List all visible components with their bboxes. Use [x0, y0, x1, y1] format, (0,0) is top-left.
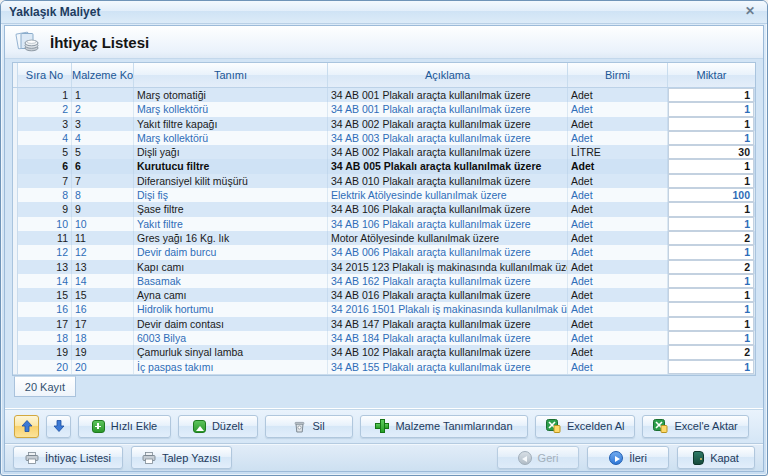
- miktar-value[interactable]: 1: [668, 202, 754, 216]
- door-icon: [693, 451, 704, 465]
- cell-tanimi: İç paspas takımı: [134, 360, 328, 374]
- print-needs-list-button[interactable]: İhtiyaç Listesi: [13, 446, 123, 469]
- close-window-button[interactable]: Kapat: [677, 446, 755, 469]
- move-down-button[interactable]: [46, 415, 71, 438]
- miktar-value[interactable]: 1: [668, 159, 754, 173]
- miktar-value[interactable]: 2: [668, 260, 754, 274]
- needs-list-icon: [15, 30, 41, 54]
- plus-icon: [375, 419, 389, 433]
- cell-birmi: Adet: [568, 202, 668, 216]
- col-header-birmi[interactable]: Birmi: [568, 63, 668, 87]
- miktar-value[interactable]: 1: [668, 174, 754, 188]
- miktar-value[interactable]: 1: [668, 102, 754, 116]
- col-header-sira-no[interactable]: Sıra No: [18, 63, 72, 87]
- from-material-defs-label: Malzeme Tanımlarından: [395, 420, 512, 432]
- miktar-value[interactable]: 2: [668, 231, 754, 245]
- cell-aciklama: 34 AB 155 Plakalı araçta kullanılmak üze…: [328, 360, 568, 374]
- cell-miktar: 100: [668, 188, 755, 202]
- miktar-value[interactable]: 1: [668, 288, 754, 302]
- miktar-value[interactable]: 1: [668, 331, 754, 345]
- cell-miktar: 1: [668, 274, 755, 288]
- miktar-value[interactable]: 1: [668, 302, 754, 316]
- cell-malzeme-kodu: 2: [72, 102, 134, 116]
- app-window: Yaklaşık Maliyet ✕ İhtiyaç Listesi: [0, 0, 768, 476]
- cell-aciklama: 34 AB 010 Plakalı araçta kullanılmak üze…: [328, 174, 568, 188]
- quick-add-button[interactable]: Hızlı Ekle: [78, 415, 171, 438]
- edit-button[interactable]: Düzelt: [178, 415, 258, 438]
- table-row[interactable]: 18186003 Bilya34 AB 184 Plakalı araçta k…: [13, 331, 755, 345]
- cell-malzeme-kodu: 18: [72, 331, 134, 345]
- forward-button[interactable]: İleri: [587, 446, 669, 469]
- miktar-value[interactable]: 1: [668, 274, 754, 288]
- export-excel-button[interactable]: Excel'e Aktar: [642, 415, 748, 438]
- table-row[interactable]: 1919Çamurluk sinyal lamba34 AB 102 Plaka…: [13, 345, 755, 359]
- table-row[interactable]: 1414Basamak34 AB 162 Plakalı araçta kull…: [13, 274, 755, 288]
- table-row[interactable]: 2020İç paspas takımı34 AB 155 Plakalı ar…: [13, 360, 755, 374]
- cell-aciklama: 34 AB 106 Plakalı araçta kullanılmak üze…: [328, 202, 568, 216]
- export-excel-label: Excel'e Aktar: [674, 420, 737, 432]
- cell-malzeme-kodu: 16: [72, 302, 134, 316]
- cell-malzeme-kodu: 20: [72, 360, 134, 374]
- col-header-malzeme-kodu[interactable]: Malzeme Kodu: [72, 63, 134, 87]
- cell-aciklama: 34 AB 002 Plakalı araçta kullanılmak üze…: [328, 117, 568, 131]
- miktar-value[interactable]: 1: [668, 217, 754, 231]
- move-up-button[interactable]: [14, 415, 39, 438]
- table-row[interactable]: 88Dişi fişElektrik Atölyesinde kullanılm…: [13, 188, 755, 202]
- table-row[interactable]: 1515Ayna camı34 AB 016 Plakalı araçta ku…: [13, 288, 755, 302]
- import-excel-button[interactable]: Excelden Al: [535, 415, 635, 438]
- miktar-value[interactable]: 1: [668, 117, 754, 131]
- from-material-defs-button[interactable]: Malzeme Tanımlarından: [360, 415, 528, 438]
- cell-sira-no: 17: [18, 317, 72, 331]
- table-row[interactable]: 66Kurutucu filtre34 AB 005 Plakalı araçt…: [13, 159, 755, 173]
- miktar-value[interactable]: 1: [668, 360, 754, 374]
- back-button[interactable]: Geri: [497, 446, 579, 469]
- grid-footer: 20 Kayıt: [12, 376, 756, 400]
- miktar-value[interactable]: 1: [668, 131, 754, 145]
- table-row[interactable]: 77Diferansiyel kilit müşürü34 AB 010 Pla…: [13, 174, 755, 188]
- close-icon[interactable]: ✕: [741, 4, 759, 20]
- cell-sira-no: 3: [18, 117, 72, 131]
- table-row[interactable]: 44Marş kollektörü34 AB 003 Plakalı araçt…: [13, 131, 755, 145]
- cell-aciklama: 34 2016 1501 Plakalı iş makinasında kull…: [328, 302, 568, 316]
- miktar-value[interactable]: 30: [668, 145, 754, 159]
- table-row[interactable]: 1717Devir daim contası34 AB 147 Plakalı …: [13, 317, 755, 331]
- delete-button[interactable]: Sil: [265, 415, 353, 438]
- back-label: Geri: [538, 452, 559, 464]
- table-row[interactable]: 55Dişli yağı34 AB 002 Plakalı araçta kul…: [13, 145, 755, 159]
- edit-label: Düzelt: [212, 420, 243, 432]
- cell-aciklama: 34 AB 003 Plakalı araçta kullanılmak üze…: [328, 131, 568, 145]
- cell-tanimi: Hidrolik hortumu: [134, 302, 328, 316]
- miktar-value[interactable]: 2: [668, 345, 754, 359]
- cell-miktar: 1: [668, 317, 755, 331]
- title-bar[interactable]: Yaklaşık Maliyet ✕: [1, 1, 767, 24]
- record-count-tab[interactable]: 20 Kayıt: [14, 376, 76, 397]
- col-header-aciklama[interactable]: Açıklama: [328, 63, 568, 87]
- print-request-button[interactable]: Talep Yazısı: [131, 446, 232, 469]
- table-row[interactable]: 1212Devir daim burcu34 AB 006 Plakalı ar…: [13, 245, 755, 259]
- table-row[interactable]: 33Yakıt filtre kapağı34 AB 002 Plakalı a…: [13, 117, 755, 131]
- table-row[interactable]: 1616Hidrolik hortumu34 2016 1501 Plakalı…: [13, 302, 755, 316]
- table-row[interactable]: 99Şase filtre34 AB 106 Plakalı araçta ku…: [13, 202, 755, 216]
- table-row[interactable]: 22Marş kollektörü34 AB 001 Plakalı araçt…: [13, 102, 755, 116]
- cell-birmi: LİTRE: [568, 145, 668, 159]
- table-row[interactable]: 1010Yakıt filtre34 AB 106 Plakalı araçta…: [13, 217, 755, 231]
- cell-sira-no: 6: [18, 159, 72, 173]
- cell-aciklama: 34 AB 162 Plakalı araçta kullanılmak üze…: [328, 274, 568, 288]
- table-row[interactable]: 1313Kapı camı34 2015 123 Plakalı iş maki…: [13, 260, 755, 274]
- miktar-value[interactable]: 1: [668, 245, 754, 259]
- col-header-miktar[interactable]: Miktar: [668, 63, 755, 87]
- cell-sira-no: 7: [18, 174, 72, 188]
- cell-birmi: Adet: [568, 331, 668, 345]
- miktar-value[interactable]: 1: [668, 317, 754, 331]
- cell-sira-no: 10: [18, 217, 72, 231]
- col-header-tanimi[interactable]: Tanımı: [134, 63, 328, 87]
- table-row[interactable]: 1111Gres yağı 16 Kg. lıkMotor Atölyesind…: [13, 231, 755, 245]
- cell-sira-no: 8: [18, 188, 72, 202]
- table-row[interactable]: 11Marş otomatiği34 AB 001 Plakalı araçta…: [13, 88, 755, 102]
- cell-birmi: Adet: [568, 159, 668, 173]
- miktar-value[interactable]: 1: [668, 88, 754, 102]
- cell-aciklama: 34 AB 001 Plakalı araçta kullanılmak üze…: [328, 102, 568, 116]
- miktar-value[interactable]: 100: [668, 188, 754, 202]
- cell-sira-no: 20: [18, 360, 72, 374]
- cell-aciklama: 34 AB 106 Plakalı araçta kullanılmak üze…: [328, 217, 568, 231]
